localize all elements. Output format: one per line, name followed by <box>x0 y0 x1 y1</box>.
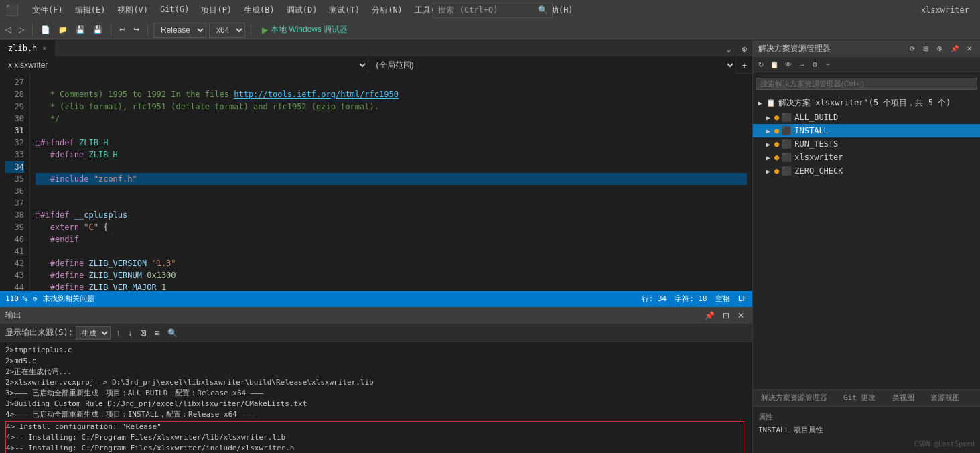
menu-analyze[interactable]: 分析(N) <box>366 2 408 19</box>
tree-item-run-tests[interactable]: ▶ ● ⬛ RUN_TESTS <box>753 137 980 151</box>
menu-view[interactable]: 视图(V) <box>112 2 153 19</box>
line-numbers: 27 28 29 30 31 32 33 34 35 36 37 38 39 4… <box>0 74 30 291</box>
redo-button[interactable]: ↪ <box>131 24 142 36</box>
line-num-30: 30 <box>5 113 24 125</box>
tab-more-button[interactable]: ⌄ <box>721 42 737 56</box>
back-button[interactable]: ◁ <box>3 24 13 36</box>
output-find-button[interactable]: 🔍 <box>165 327 180 339</box>
tab-close-icon[interactable]: ✕ <box>42 44 46 52</box>
tree-solution-root[interactable]: ▶ 📋 解决方案'xlsxwriter'(5 个项目，共 5 个) <box>753 95 980 111</box>
install-icon: ⬛ <box>782 126 792 135</box>
sol-settings-button[interactable]: ⚙ <box>934 44 945 54</box>
sol-toolbar-btn-5[interactable]: ⚙ <box>809 58 821 70</box>
output-up-button[interactable]: ↑ <box>113 327 123 339</box>
tree-item-all-build[interactable]: ▶ ● ⬛ ALL_BUILD <box>753 111 980 124</box>
output-source-dropdown[interactable]: 生成 <box>76 326 111 340</box>
code-content[interactable]: * Comments) 1995 to 1992 In the files ht… <box>30 74 752 291</box>
separator-1 <box>32 24 33 36</box>
config-dropdown[interactable]: Release Debug <box>153 23 206 38</box>
code-line-34: #include "zconf.h" <box>36 173 747 185</box>
sol-toolbar-btn-1[interactable]: ↻ <box>756 58 766 70</box>
cursor-row: 行: 34 <box>642 294 667 304</box>
zero-check-icon: ⬛ <box>782 166 792 176</box>
code-line-40: #define ZLIB_VERSION "1.3" <box>36 259 176 268</box>
status-message: 未找到相关问题 <box>43 294 94 304</box>
tab-zlibh[interactable]: zlib.h ✕ <box>0 40 55 56</box>
menu-edit[interactable]: 编辑(E) <box>70 2 111 19</box>
menu-debug[interactable]: 调试(D) <box>281 2 323 19</box>
new-file-button[interactable]: 📄 <box>38 24 53 36</box>
tab-settings-button[interactable]: ⚙ <box>737 42 752 56</box>
right-panel: 解决方案资源管理器 ⟳ ⊟ ⚙ 📌 ✕ ↻ 📋 👁 → ⚙ － ▶ <box>752 40 980 453</box>
platform-dropdown[interactable]: x64 x86 <box>209 23 245 38</box>
output-down-button[interactable]: ↓ <box>125 327 135 339</box>
cursor-col: 字符: 18 <box>675 294 707 304</box>
panel-tab-resource[interactable]: 资源视图 <box>922 390 968 406</box>
output-highlight-box: 4> Install configuration: "Release" 4>--… <box>5 421 744 453</box>
undo-button[interactable]: ↩ <box>117 24 128 36</box>
menu-build[interactable]: 生成(B) <box>238 2 280 19</box>
save-all-button[interactable]: 💾 <box>90 24 105 36</box>
sol-pin-button[interactable]: 📌 <box>948 44 961 54</box>
sol-toolbar-btn-2[interactable]: 📋 <box>768 58 781 70</box>
solution-search-input[interactable] <box>756 78 977 90</box>
title-bar: ⬛ 文件(F) 编辑(E) 视图(V) Git(G) 项目(P) 生成(B) 调… <box>0 0 980 20</box>
solution-expand-arrow: ▶ <box>758 99 762 107</box>
output-content[interactable]: 2>tmpriieplus.c 2>md5.c 2>正在生成代码... 2>xl… <box>0 342 752 453</box>
window-title: xlsxwriter <box>921 5 969 15</box>
sol-minus-button[interactable]: － <box>822 58 834 70</box>
sol-toolbar-btn-3[interactable]: 👁 <box>782 58 794 70</box>
output-clear-button[interactable]: ⊠ <box>137 327 149 339</box>
output-dock-button[interactable]: ⊡ <box>720 310 732 322</box>
tab-label: zlib.h <box>8 44 37 53</box>
solution-name: 解决方案'xlsxwriter'(5 个项目，共 5 个) <box>778 97 951 109</box>
menu-git[interactable]: Git(G) <box>155 2 194 19</box>
encoding-label: LF <box>738 294 747 303</box>
output-line-7: 4>——— 已启动全部重新生成，项目：INSTALL，配置：Release x6… <box>5 409 747 420</box>
save-button[interactable]: 💾 <box>73 24 88 36</box>
tree-item-zero-check[interactable]: ▶ ● ⬛ ZERO_CHECK <box>753 164 980 178</box>
open-button[interactable]: 📁 <box>56 24 70 36</box>
xlsxwriter-label: xlsxwriter <box>794 153 843 162</box>
output-close-button[interactable]: ✕ <box>735 310 747 322</box>
tree-item-install[interactable]: ▶ ● ⬛ INSTALL <box>753 124 980 137</box>
all-build-dot: ● <box>774 113 779 122</box>
code-line-29: */ <box>36 114 60 123</box>
all-build-icon: ⬛ <box>782 113 792 122</box>
zoom-level[interactable]: 110 % <box>5 294 27 303</box>
menu-test[interactable]: 测试(T) <box>324 2 365 19</box>
line-num-41: 41 <box>5 245 24 257</box>
menu-project[interactable]: 项目(P) <box>196 2 237 19</box>
sol-close-button[interactable]: ✕ <box>964 44 975 54</box>
sol-sync-button[interactable]: ⟳ <box>907 44 918 54</box>
code-line-28: * (zlib format), rfc1951 (deflate format… <box>36 102 379 111</box>
run-button[interactable]: ▶ 本地 Windows 调试器 <box>257 23 353 37</box>
forward-button[interactable]: ▷ <box>16 24 27 36</box>
nav-add-button[interactable]: + <box>736 59 752 72</box>
tab-bar: zlib.h ✕ ⌄ ⚙ <box>0 40 752 57</box>
separator-3 <box>147 24 148 36</box>
output-title: 输出 <box>5 310 21 321</box>
scope-nav-dropdown[interactable]: (全局范围) <box>368 57 737 74</box>
nav-bar: x xlsxwriter (全局范围) + <box>0 57 752 74</box>
output-line-3: 2>正在生成代码... <box>5 367 747 377</box>
code-view: 27 28 29 30 31 32 33 34 35 36 37 38 39 4… <box>0 74 752 291</box>
vs-logo: ⬛ <box>5 4 19 17</box>
file-nav-dropdown[interactable]: x xlsxwriter <box>0 57 368 74</box>
tree-item-xlsxwriter[interactable]: ▶ ● ⬛ xlsxwriter <box>753 151 980 164</box>
line-num-32: 32 <box>5 137 24 149</box>
output-pin-button[interactable]: 📌 <box>702 310 717 322</box>
sol-toolbar-btn-4[interactable]: → <box>796 58 808 70</box>
sol-collapse-button[interactable]: ⊟ <box>920 44 931 54</box>
play-icon: ▶ <box>262 25 268 35</box>
line-num-29: 29 <box>5 101 24 113</box>
output-wordwrap-button[interactable]: ≡ <box>152 327 162 339</box>
spaces-label: 空格 <box>715 294 730 304</box>
panel-tab-solution[interactable]: 解决方案资源管理器 <box>753 390 835 406</box>
menu-file[interactable]: 文件(F) <box>27 2 68 19</box>
search-box[interactable]: 搜索 (Ctrl+Q) <box>432 3 552 18</box>
panel-tab-git[interactable]: Git 更改 <box>835 390 884 406</box>
panel-tab-class[interactable]: 类视图 <box>884 390 922 406</box>
separator-4 <box>251 24 251 36</box>
code-line-31: □#ifndef ZLIB_H <box>36 138 108 147</box>
